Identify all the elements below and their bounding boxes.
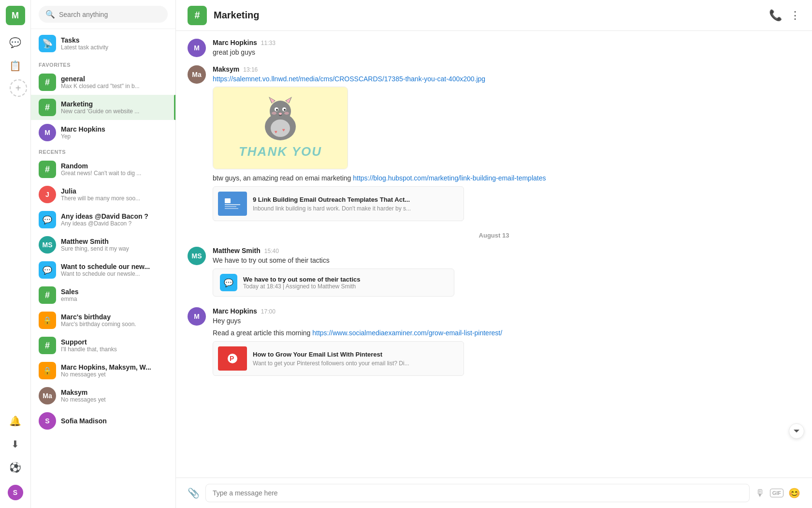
channel-item-schedule[interactable]: 💬 Want to schedule our new... Want to sc… bbox=[31, 257, 175, 283]
svg-point-8 bbox=[276, 109, 278, 111]
tasks-icon: 📡 bbox=[39, 35, 56, 52]
add-nav-icon[interactable]: + bbox=[10, 79, 27, 97]
msg-content-4: Marc Hopkins 17:00 Hey guys Read a great… bbox=[213, 307, 800, 379]
chat-nav-icon[interactable]: 💬 bbox=[6, 33, 25, 52]
phone-icon[interactable]: 📞 bbox=[769, 9, 782, 22]
message-group-3: MS Matthew Smith 15:40 We have to try ou… bbox=[188, 247, 800, 299]
avatar-julia: J bbox=[39, 186, 56, 203]
bottom-avatar[interactable]: S bbox=[6, 483, 25, 502]
svg-point-10 bbox=[279, 113, 282, 115]
msg-text-4b: Read a great article this morning https:… bbox=[213, 328, 800, 338]
message-input[interactable] bbox=[205, 484, 750, 502]
channel-item-david-bacon[interactable]: 💬 Any ideas @David Bacon ? Any ideas @Da… bbox=[31, 207, 175, 232]
svg-text:♥: ♥ bbox=[275, 129, 277, 134]
svg-point-9 bbox=[284, 109, 286, 111]
hash-icon-support: # bbox=[39, 337, 56, 354]
channel-item-julia[interactable]: J Julia There will be many more soo... bbox=[31, 182, 175, 207]
message-group-4: M Marc Hopkins 17:00 Hey guys Read a gre… bbox=[188, 307, 800, 379]
svg-rect-19 bbox=[225, 206, 236, 207]
channel-panel: 🔍 📡 Tasks Latest task activity FAVORITES… bbox=[31, 0, 176, 508]
attach-icon[interactable]: 📎 bbox=[188, 487, 200, 499]
contacts-nav-icon[interactable]: 📋 bbox=[6, 56, 25, 75]
search-input-wrap[interactable]: 🔍 bbox=[39, 6, 168, 23]
channel-item-birthday[interactable]: 🔒 Marc's birthday Marc's birthday coming… bbox=[31, 308, 175, 333]
hash-icon-sales: # bbox=[39, 286, 56, 304]
msg-time-1: 11:33 bbox=[261, 40, 276, 46]
article-title-1: 9 Link Building Email Outreach Templates… bbox=[253, 196, 411, 203]
msg-content-2: Maksym 13:16 https://salemnet.vo.llnwd.n… bbox=[213, 65, 800, 224]
msg-text-4: Hey guys bbox=[213, 316, 800, 326]
input-right-icons: 🎙 GIF 😊 bbox=[755, 487, 800, 499]
channel-hash-icon: # bbox=[188, 6, 207, 25]
message-group-2: Ma Maksym 13:16 https://salemnet.vo.llnw… bbox=[188, 65, 800, 224]
favorites-label: FAVORITES bbox=[31, 58, 175, 70]
svg-rect-16 bbox=[223, 195, 242, 212]
recents-label: RECENTS bbox=[31, 145, 175, 157]
chat-header-right: 📞 ⋮ bbox=[769, 9, 800, 22]
msg-text-2b: btw guys, an amazing read on emai market… bbox=[213, 173, 800, 183]
chat-header: # Marketing 📞 ⋮ bbox=[176, 0, 812, 31]
svg-rect-17 bbox=[225, 198, 231, 203]
globe-icon[interactable]: ⚽ bbox=[6, 458, 25, 477]
msg-avatar-matthew: MS bbox=[188, 247, 206, 265]
msg-text-1: great job guys bbox=[213, 47, 800, 58]
article-title-2: How to Grow Your Email List With Pintere… bbox=[253, 351, 409, 358]
channel-item-maksym[interactable]: Ma Maksym No messages yet bbox=[31, 383, 175, 408]
search-icon: 🔍 bbox=[45, 10, 55, 19]
msg-sender-matthew: Matthew Smith bbox=[213, 247, 261, 254]
download-icon[interactable]: ⬇ bbox=[6, 434, 25, 454]
chat-title: Marketing bbox=[214, 10, 259, 21]
notifications-icon[interactable]: 🔔 bbox=[6, 411, 25, 431]
svg-point-11 bbox=[272, 112, 276, 115]
article-desc-2: Want to get your Pinterest followers ont… bbox=[253, 360, 409, 367]
hash-icon-general: # bbox=[39, 74, 56, 91]
task-card: 💬 We have to try out some of their tacti… bbox=[213, 269, 454, 297]
channel-item-support[interactable]: # Support I'll handle that, thanks bbox=[31, 333, 175, 358]
channel-item-marc-hopkins[interactable]: M Marc Hopkins Yep bbox=[31, 120, 175, 145]
messages-area: M Marc Hopkins 11:33 great job guys Ma M… bbox=[176, 31, 812, 478]
avatar-marc-hopkins: M bbox=[39, 124, 56, 141]
tasks-item[interactable]: 📡 Tasks Latest task activity bbox=[31, 29, 175, 58]
search-bar: 🔍 bbox=[31, 0, 175, 29]
svg-point-13 bbox=[271, 120, 290, 137]
tasks-title: Tasks bbox=[61, 36, 108, 44]
svg-text:♥: ♥ bbox=[282, 127, 285, 133]
article-desc-1: Inbound link building is hard work. Don'… bbox=[253, 205, 411, 212]
gif-button[interactable]: GIF bbox=[770, 489, 783, 497]
emoji-icon[interactable]: 😊 bbox=[788, 487, 800, 499]
link-preview-img-pinterest: P bbox=[218, 346, 247, 371]
user-avatar[interactable]: M bbox=[6, 6, 25, 25]
channel-item-sales[interactable]: # Sales emma bbox=[31, 283, 175, 308]
message-group-1: M Marc Hopkins 11:33 great job guys bbox=[188, 39, 800, 58]
msg-avatar-marc2: M bbox=[188, 307, 206, 326]
channel-item-marketing[interactable]: # Marketing New card 'Guide on website .… bbox=[31, 95, 175, 120]
icon-david-bacon: 💬 bbox=[39, 211, 56, 228]
avatar-maksym: Ma bbox=[39, 387, 56, 404]
social-media-link[interactable]: https://www.socialmediaexaminer.com/grow… bbox=[312, 329, 502, 337]
avatar-matthew: MS bbox=[39, 236, 56, 254]
scroll-down-button[interactable] bbox=[789, 423, 804, 439]
msg-link-card[interactable]: https://salemnet.vo.llnwd.net/media/cms/… bbox=[213, 75, 800, 83]
date-divider: August 13 bbox=[188, 232, 800, 239]
msg-text-3: We have to try out some of their tactics bbox=[213, 255, 800, 266]
channel-item-marc-maksym[interactable]: 🔒 Marc Hopkins, Maksym, W... No messages… bbox=[31, 358, 175, 383]
tasks-text: Tasks Latest task activity bbox=[61, 36, 108, 51]
msg-content-1: Marc Hopkins 11:33 great job guys bbox=[213, 39, 800, 58]
more-options-icon[interactable]: ⋮ bbox=[790, 9, 800, 22]
channel-text-general: general Max K closed card "test" in b... bbox=[61, 75, 168, 90]
msg-time-3: 15:40 bbox=[264, 248, 279, 254]
msg-sender-marc2: Marc Hopkins bbox=[213, 307, 257, 315]
channel-item-sofia[interactable]: S Sofia Madison bbox=[31, 408, 175, 433]
msg-sender-maksym: Maksym bbox=[213, 65, 239, 73]
cat-image: ♥ ♥ bbox=[256, 97, 304, 140]
thank-you-card: ♥ ♥ THANK YOU bbox=[213, 87, 348, 169]
channel-item-random[interactable]: # Random Great news! Can't wait to dig .… bbox=[31, 157, 175, 182]
channel-item-matthew-smith[interactable]: MS Matthew Smith Sure thing, send it my … bbox=[31, 232, 175, 257]
svg-point-12 bbox=[284, 112, 289, 115]
channel-item-general[interactable]: # general Max K closed card "test" in b.… bbox=[31, 70, 175, 95]
microphone-icon[interactable]: 🎙 bbox=[755, 488, 765, 499]
link-preview-pinterest: P How to Grow Your Email List With Pinte… bbox=[213, 341, 464, 376]
hubspot-link[interactable]: https://blog.hubspot.com/marketing/link-… bbox=[353, 174, 546, 182]
search-input[interactable] bbox=[59, 11, 161, 18]
msg-avatar-marc: M bbox=[188, 39, 206, 57]
